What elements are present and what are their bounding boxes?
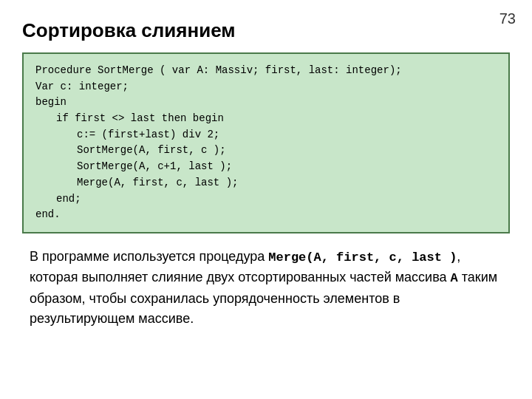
desc-prefix: В программе используется процедура	[30, 249, 268, 264]
description-block: В программе используется процедура Merge…	[22, 247, 510, 330]
code-line-7: SortMerge(A, c+1, last );	[35, 159, 497, 175]
code-line-6: SortMerge(A, first, c );	[35, 143, 497, 159]
code-line-1: Procedure SortMerge ( var A: Massiv; fir…	[35, 63, 497, 79]
desc-mono: Merge(A, first, c, last )	[268, 250, 457, 265]
code-line-5: c:= (first+last) div 2;	[35, 127, 497, 143]
desc-bold-a: A	[451, 271, 458, 285]
code-line-2: Var c: integer;	[35, 79, 497, 95]
code-line-10: end.	[35, 207, 497, 223]
code-block: Procedure SortMerge ( var A: Massiv; fir…	[22, 52, 510, 233]
slide-title: Сортировка слиянием	[22, 19, 510, 42]
slide: 73 Сортировка слиянием Procedure SortMer…	[0, 0, 532, 399]
code-line-3: begin	[35, 95, 497, 111]
code-line-8: Merge(A, first, c, last );	[35, 175, 497, 191]
slide-number: 73	[499, 10, 516, 27]
code-line-4: if first <> last then begin	[35, 111, 497, 127]
code-line-9: end;	[35, 191, 497, 208]
